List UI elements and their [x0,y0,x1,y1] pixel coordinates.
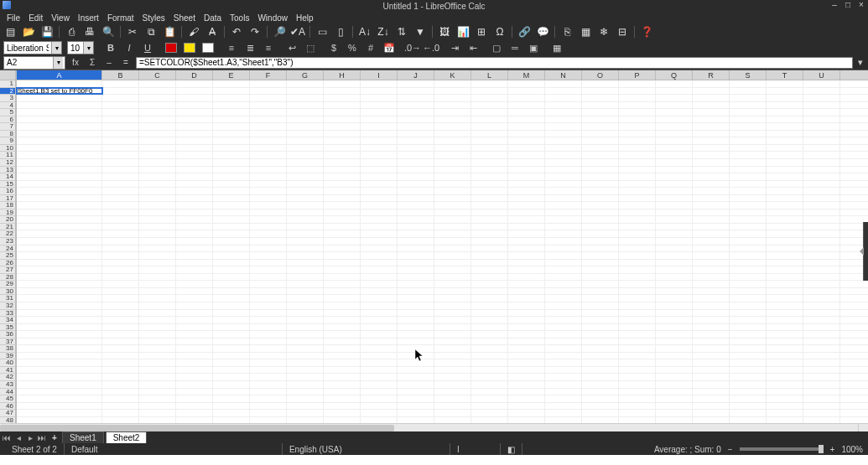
cell-Q13[interactable] [656,167,693,173]
cell-A35[interactable] [17,324,102,331]
cell-P29[interactable] [619,281,656,287]
cell-E39[interactable] [213,353,250,359]
cell-R13[interactable] [693,167,730,173]
cell-A42[interactable] [17,374,102,380]
cell-I25[interactable] [361,252,398,259]
cell-L6[interactable] [471,116,508,123]
row-header-8[interactable]: 8 [0,131,16,138]
cell-U4[interactable] [803,102,840,109]
cell-U20[interactable] [803,216,840,223]
cell-F8[interactable] [250,131,287,137]
cell-A40[interactable] [17,359,102,366]
cell-N13[interactable] [545,167,582,173]
cell-B22[interactable] [102,230,139,237]
cell-H36[interactable] [324,331,361,338]
underline-button[interactable]: U [141,41,154,54]
cell-N19[interactable] [545,209,582,216]
cell-I30[interactable] [361,288,398,295]
split-window-icon[interactable]: ⊟ [616,25,629,39]
cell-O8[interactable] [582,131,619,137]
cell-Q38[interactable] [656,345,693,352]
cell-Q39[interactable] [656,353,693,359]
cell-D32[interactable] [176,302,213,309]
cell-T42[interactable] [767,374,803,380]
cell-R32[interactable] [693,302,730,309]
image-icon[interactable]: 🖼 [438,25,451,39]
border-style-icon[interactable]: ═ [508,41,522,54]
border-icon[interactable]: ▢ [490,41,503,54]
cell-R7[interactable] [693,123,730,130]
cell-N24[interactable] [545,245,582,252]
cell-B37[interactable] [102,338,139,345]
cell-L36[interactable] [471,331,508,338]
cell-C24[interactable] [139,245,176,252]
font-size-combo[interactable]: ▾ [67,41,94,54]
cell-R17[interactable] [693,195,730,202]
cell-M21[interactable] [508,224,545,230]
cell-J21[interactable] [398,224,434,230]
chevron-down-icon[interactable]: ▾ [83,42,93,54]
cell-H8[interactable] [324,131,361,137]
cell-O15[interactable] [582,181,619,188]
cell-A5[interactable] [17,109,102,116]
cell-O37[interactable] [582,338,619,345]
cell-S47[interactable] [730,410,767,416]
cell-U41[interactable] [803,367,840,374]
cell-H40[interactable] [324,359,361,366]
cell-A4[interactable] [17,102,102,109]
cell-O13[interactable] [582,167,619,173]
cell-P10[interactable] [619,145,656,152]
cell-M16[interactable] [508,188,545,194]
cell-E6[interactable] [213,116,250,123]
cell-N35[interactable] [545,324,582,331]
cell-T22[interactable] [767,230,803,237]
special-char-icon[interactable]: Ω [493,25,507,39]
cell-K35[interactable] [434,324,471,331]
cell-O29[interactable] [582,281,619,287]
cell-J29[interactable] [398,281,434,287]
copy-icon[interactable]: ⧉ [144,25,158,39]
cell-P34[interactable] [619,317,656,323]
cell-G12[interactable] [287,159,324,166]
cell-A18[interactable] [17,202,102,209]
cell-R16[interactable] [693,188,730,194]
cell-I22[interactable] [361,230,398,237]
cell-D42[interactable] [176,374,213,380]
cell-U14[interactable] [803,173,840,180]
cell-M12[interactable] [508,159,545,166]
cell-N9[interactable] [545,137,582,144]
cell-R5[interactable] [693,109,730,116]
cell-C9[interactable] [139,137,176,144]
cell-F27[interactable] [250,266,287,273]
cell-P5[interactable] [619,109,656,116]
cell-E43[interactable] [213,381,250,388]
sort-desc-icon[interactable]: Z↓ [377,25,390,39]
column-header-Q[interactable]: Q [656,70,693,80]
cell-D39[interactable] [176,353,213,359]
cell-M5[interactable] [508,109,545,116]
cell-E32[interactable] [213,302,250,309]
cell-K8[interactable] [434,131,471,137]
cell-G47[interactable] [287,410,324,416]
cell-P36[interactable] [619,331,656,338]
cell-A6[interactable] [17,116,102,123]
cell-J43[interactable] [398,381,434,388]
cell-K32[interactable] [434,302,471,309]
define-print-area-icon[interactable]: ▦ [579,25,592,39]
cell-R6[interactable] [693,116,730,123]
cell-I33[interactable] [361,310,398,317]
align-right-icon[interactable]: ≡ [262,41,275,54]
cell-A30[interactable] [17,288,102,295]
cell-C31[interactable] [139,295,176,302]
cell-K39[interactable] [434,353,471,359]
cell-L41[interactable] [471,367,508,374]
cell-K1[interactable] [434,80,471,87]
cell-I13[interactable] [361,167,398,173]
cell-C30[interactable] [139,288,176,295]
cell-E44[interactable] [213,389,250,395]
cell-K22[interactable] [434,230,471,237]
cell-T28[interactable] [767,274,803,281]
cell-H11[interactable] [324,152,361,158]
cell-U17[interactable] [803,195,840,202]
cell-D25[interactable] [176,252,213,259]
